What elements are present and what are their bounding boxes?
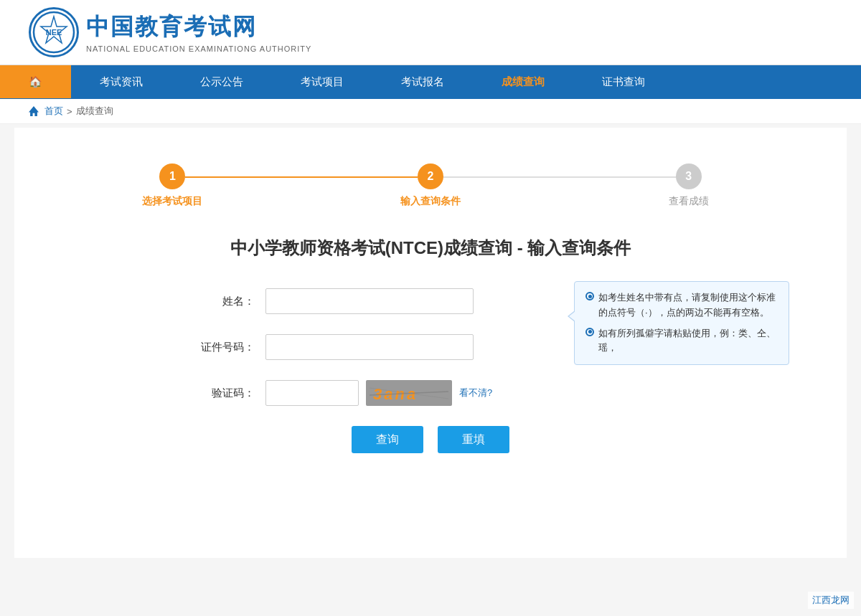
breadcrumb-current: 成绩查询	[76, 105, 113, 118]
step-1: 1 选择考试项目	[44, 164, 302, 208]
id-label: 证件号码：	[179, 341, 265, 354]
name-label: 姓名：	[179, 295, 265, 308]
site-title: 中国教育考试网	[86, 11, 311, 43]
tooltip-box: 如考生姓名中带有点，请复制使用这个标准的点符号（·），点的两边不能再有空格。 如…	[574, 281, 789, 365]
step-2-circle: 2	[418, 164, 443, 189]
captcha-input[interactable]	[265, 380, 359, 406]
radio-dot-inner-2	[588, 330, 592, 333]
logo-area: NEE 中国教育考试网 NATIONAL EDUCATION EXAMINATI…	[29, 7, 311, 57]
step-3: 3 查看成绩	[560, 164, 818, 208]
captcha-image[interactable]: 3ana	[366, 380, 452, 406]
breadcrumb: 首页 > 成绩查询	[0, 99, 861, 124]
breadcrumb-separator: >	[67, 106, 72, 117]
step-2-label: 输入查询条件	[400, 195, 461, 208]
step-3-number: 3	[685, 170, 692, 183]
captcha-refresh-link[interactable]: 看不清?	[459, 387, 492, 399]
radio-dot-2	[585, 328, 594, 336]
main-nav: 🏠 考试资讯 公示公告 考试项目 考试报名 成绩查询 证书查询	[0, 65, 861, 99]
site-subtitle: NATIONAL EDUCATION EXAMINATIONG AUTHORIT…	[86, 44, 311, 53]
step-3-label: 查看成绩	[669, 195, 709, 208]
radio-dot-inner-1	[588, 295, 592, 298]
nav-home-link[interactable]: 🏠	[0, 65, 71, 98]
nav-news-link[interactable]: 考试资讯	[71, 65, 171, 99]
name-input[interactable]	[265, 288, 474, 314]
nav-notice-link[interactable]: 公示公告	[171, 65, 272, 99]
tooltip-text-1: 如考生姓名中带有点，请复制使用这个标准的点符号（·），点的两边不能再有空格。	[598, 290, 778, 321]
header: NEE 中国教育考试网 NATIONAL EDUCATION EXAMINATI…	[0, 0, 861, 65]
steps-container: 1 选择考试项目 2 输入查询条件 3 查看成绩	[43, 164, 818, 208]
step-2-number: 2	[428, 170, 434, 183]
nav-score[interactable]: 成绩查询	[473, 65, 573, 99]
svg-text:NEE: NEE	[46, 28, 62, 37]
captcha-controls: 3ana 看不清?	[265, 380, 492, 406]
step-1-label: 选择考试项目	[142, 195, 202, 208]
home-icon	[29, 106, 39, 116]
nav-register-link[interactable]: 考试报名	[372, 65, 473, 99]
nav-project-link[interactable]: 考试项目	[272, 65, 372, 99]
main-content: 1 选择考试项目 2 输入查询条件 3 查看成绩 中小学教师资格考试(NTCE)…	[14, 128, 847, 558]
captcha-row: 验证码： 3ana 看不清?	[179, 380, 682, 406]
captcha-label: 验证码：	[179, 387, 265, 400]
logo-text: 中国教育考试网 NATIONAL EDUCATION EXAMINATIONG …	[86, 11, 311, 53]
logo-icon: NEE	[29, 7, 79, 57]
step-1-circle: 1	[159, 164, 185, 189]
nav-notice[interactable]: 公示公告	[171, 65, 272, 99]
button-row: 查询 重填	[179, 426, 682, 453]
nav-score-link[interactable]: 成绩查询	[473, 65, 573, 99]
nav-cert-link[interactable]: 证书查询	[573, 65, 674, 99]
tooltip-item-2: 如有所列孤僻字请粘贴使用，例：类、仝、瑶，	[585, 326, 778, 356]
breadcrumb-home[interactable]: 首页	[44, 105, 63, 118]
form-container: 姓名： 证件号码： 验证码： 3ana	[43, 288, 818, 453]
radio-dot-1	[585, 292, 594, 300]
nav-news[interactable]: 考试资讯	[71, 65, 171, 99]
captcha-display: 3ana	[366, 380, 452, 406]
page-title: 中小学教师资格考试(NTCE)成绩查询 - 输入查询条件	[43, 237, 818, 260]
id-input[interactable]	[265, 334, 474, 360]
query-button[interactable]: 查询	[352, 426, 423, 453]
nav-home[interactable]: 🏠	[0, 65, 71, 99]
step-1-number: 1	[169, 170, 176, 183]
reset-button[interactable]: 重填	[438, 426, 509, 453]
step-2: 2 输入查询条件	[301, 164, 560, 208]
nav-register[interactable]: 考试报名	[372, 65, 473, 99]
nav-project[interactable]: 考试项目	[272, 65, 372, 99]
step-3-circle: 3	[676, 164, 702, 189]
nav-cert[interactable]: 证书查询	[573, 65, 674, 99]
tooltip-item-1: 如考生姓名中带有点，请复制使用这个标准的点符号（·），点的两边不能再有空格。	[585, 290, 778, 321]
tooltip-text-2: 如有所列孤僻字请粘贴使用，例：类、仝、瑶，	[598, 326, 778, 356]
